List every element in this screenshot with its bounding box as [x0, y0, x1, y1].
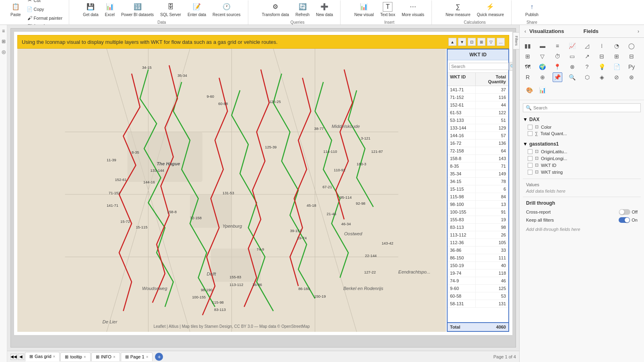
wkt-table-row[interactable]: 86-150 111 — [448, 254, 508, 262]
viz-python-icon[interactable]: Py — [627, 62, 636, 72]
viz-smart-icon[interactable]: 💡 — [597, 62, 607, 72]
viz-custom5-icon[interactable]: ⊛ — [627, 72, 636, 82]
viz-analytics-icon[interactable]: 📊 — [537, 84, 548, 96]
viz-r-icon[interactable]: R — [523, 72, 533, 82]
new-measure-button[interactable]: ∑ New measure — [443, 0, 473, 19]
viz-map-icon[interactable]: 🗺 — [523, 62, 533, 72]
publish-button[interactable]: ↑ Publish — [523, 0, 541, 19]
field-origin-lon[interactable]: ⊡ OriginLongi... — [523, 155, 641, 162]
cross-report-toggle-track[interactable] — [619, 209, 630, 215]
tab-gas-grid[interactable]: ⊞ Gas grid × — [25, 352, 60, 362]
tab-info[interactable]: ⊞ INFO × — [91, 352, 120, 361]
wkt-table-row[interactable]: 150-19 40 — [448, 262, 508, 269]
wkt-table-row[interactable]: 35-34 149 — [448, 170, 508, 178]
new-data-button[interactable]: ➕ New data — [314, 0, 335, 19]
text-box-button[interactable]: T Text box — [378, 0, 398, 19]
wkt-table-row[interactable]: 158-8 143 — [448, 155, 508, 162]
wkt-table-row[interactable]: 83-113 98 — [448, 224, 508, 231]
field-origin-lat[interactable]: ⊡ OriginLatitu... — [523, 148, 641, 155]
fields-group-dax-header[interactable]: ▼ DAX — [523, 115, 641, 123]
wkt-table-row[interactable]: 9-60 125 — [448, 285, 508, 292]
sql-server-button[interactable]: 🗄 SQL Server — [158, 0, 184, 19]
viz-iconmap-icon[interactable]: 📌 — [553, 72, 562, 82]
sidebar-icon-3[interactable]: ◎ — [2, 49, 6, 55]
viz-custom2-icon[interactable]: ⬡ — [582, 72, 592, 82]
wkt-table-row[interactable]: 115-98 84 — [448, 193, 508, 201]
field-origin-lon-checkbox[interactable] — [528, 156, 533, 161]
field-wkt-id-checkbox[interactable] — [528, 163, 533, 168]
viz-card-icon[interactable]: ▭ — [568, 51, 577, 61]
viz-custom4-icon[interactable]: ⊘ — [612, 72, 621, 82]
viz-donut-icon[interactable]: ◯ — [627, 41, 636, 51]
transform-button[interactable]: ⚙ Transform data — [260, 0, 291, 19]
fields-group-gasstations-header[interactable]: ▼ gasstations1 — [523, 140, 641, 148]
power-bi-datasets-button[interactable]: 🔢 Power BI datasets — [119, 0, 156, 19]
map-option2-button[interactable]: ⊞ — [477, 38, 485, 46]
viz-qa-icon[interactable]: ? — [582, 62, 592, 72]
copy-button[interactable]: 📄 Copy — [25, 5, 64, 13]
field-color[interactable]: ⊡ Color — [523, 123, 641, 130]
wkt-table-row[interactable]: 152-61 44 — [448, 101, 508, 109]
map-more-button[interactable]: … — [497, 38, 505, 46]
wkt-table-row[interactable]: 155-83 19 — [448, 216, 508, 224]
viz-stacked-bar-icon[interactable]: ▬ — [538, 41, 547, 51]
format-painter-button[interactable]: 🖌 Format painter — [25, 14, 64, 22]
wkt-table-row[interactable]: 58-131 131 — [448, 300, 508, 308]
filters-toggle[interactable]: Filters — [513, 32, 519, 49]
wkt-table-row[interactable]: 113-112 26 — [448, 231, 508, 239]
wkt-table-row[interactable]: 16-72 136 — [448, 140, 508, 147]
wkt-table-row[interactable]: 8-35 71 — [448, 162, 508, 170]
wkt-table-row[interactable]: 61-53 122 — [448, 109, 508, 117]
nav-first-button[interactable]: ◀◀ — [10, 354, 17, 360]
field-wkt-string[interactable]: ⊡ WKT string — [523, 169, 641, 175]
viz-custom1-icon[interactable]: ⊕ — [538, 72, 547, 82]
cut-button[interactable]: ✂ Cut — [25, 0, 64, 4]
wkt-table-row[interactable]: 141-71 37 — [448, 86, 508, 94]
wkt-table-row[interactable]: 34-15 78 — [448, 178, 508, 185]
wkt-table-row[interactable]: 19-74 118 — [448, 269, 508, 277]
nav-prev-button[interactable]: ◀ — [18, 354, 24, 360]
tab-gas-grid-close[interactable]: × — [53, 354, 56, 359]
wkt-search-input[interactable] — [449, 63, 509, 70]
tab-page1[interactable]: ⊞ Page 1 × — [121, 352, 153, 361]
viz-funnel-icon[interactable]: ▽ — [538, 51, 547, 61]
values-add-text[interactable]: Add data fields here — [526, 189, 638, 193]
sidebar-icon-1[interactable]: ≡ — [2, 28, 5, 34]
wkt-table-row[interactable]: 144-16 57 — [448, 132, 508, 140]
field-total-quant[interactable]: ∑ Total Quant... — [523, 130, 641, 137]
viz-magnify-icon[interactable]: 🔍 — [568, 72, 577, 82]
paste-button[interactable]: 📋 Paste — [8, 0, 23, 19]
excel-button[interactable]: 📊 Excel — [102, 0, 117, 19]
tab-info-close[interactable]: × — [113, 355, 116, 359]
viz-filled-map-icon[interactable]: 🌍 — [538, 62, 547, 72]
viz-slicer-icon[interactable]: ⊟ — [597, 51, 607, 61]
wkt-table-row[interactable]: 100-155 91 — [448, 208, 508, 216]
quick-measure-button[interactable]: ⚡ Quick measure — [475, 0, 506, 19]
enter-data-button[interactable]: 📝 Enter data — [185, 0, 208, 19]
keep-all-filters-toggle[interactable]: On — [619, 217, 638, 223]
wkt-table-row[interactable]: 72-158 64 — [448, 147, 508, 155]
more-visuals-button[interactable]: ⋯ More visuals — [399, 0, 427, 19]
viz-scatter-icon[interactable]: ⁞ — [597, 41, 607, 51]
viz-treemap-icon[interactable]: ⊞ — [523, 51, 533, 61]
map-down-button[interactable]: ▼ — [458, 38, 466, 46]
tab-tooltip-close[interactable]: × — [84, 355, 86, 359]
new-visual-button[interactable]: 📊 New visual — [352, 0, 376, 19]
wkt-search-button[interactable]: 🔍 — [510, 62, 512, 71]
map-filter-button[interactable]: ▽ — [487, 38, 495, 46]
field-color-checkbox[interactable] — [528, 125, 533, 130]
viz-bar-chart-icon[interactable]: ▮▮ — [523, 41, 533, 51]
viz-kpi-icon[interactable]: ↗ — [582, 51, 592, 61]
viz-pie-chart-icon[interactable]: ◔ — [612, 41, 621, 51]
wkt-table-row[interactable]: 60-58 53 — [448, 292, 508, 300]
viz-azure-map-icon[interactable]: 📍 — [553, 62, 562, 72]
collapse-panel-button[interactable]: ‹ — [524, 29, 526, 34]
wkt-table-row[interactable]: 112-36 105 — [448, 239, 508, 247]
tab-tooltip[interactable]: ⊞ tooltip × — [60, 352, 90, 361]
expand-panel-button[interactable]: › — [638, 29, 639, 34]
wkt-table-row[interactable]: 133-144 129 — [448, 124, 508, 132]
wkt-table-row[interactable]: 71-152 116 — [448, 94, 508, 101]
add-page-button[interactable]: + — [155, 353, 163, 361]
field-wkt-id[interactable]: ⊡ WKT ID — [523, 162, 641, 169]
map-up-button[interactable]: ▲ — [448, 38, 456, 46]
